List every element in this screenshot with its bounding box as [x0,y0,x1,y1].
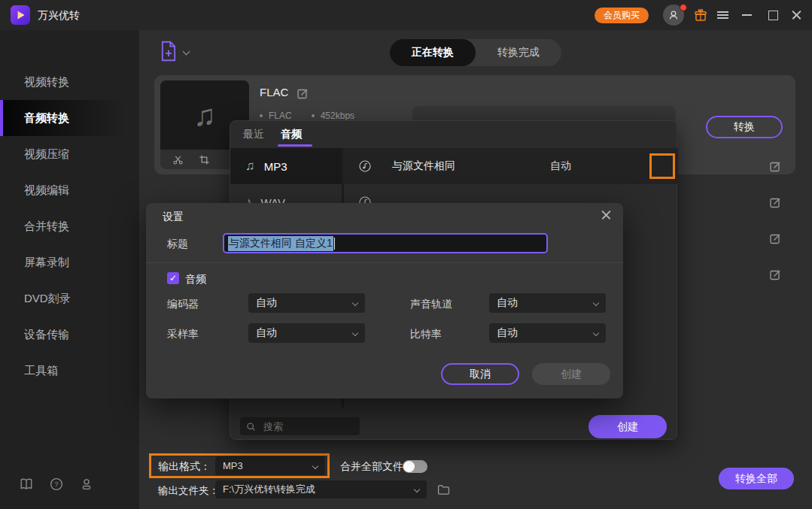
cancel-button[interactable]: 取消 [441,363,519,385]
edit-preset-highlight-box [649,153,675,179]
meta-dot [312,114,315,117]
music-note-icon: ♫ [245,159,255,174]
bitrate-select[interactable]: 自动 [489,323,606,343]
sidebar-item-screen-record[interactable]: 屏幕录制 [0,244,139,280]
file-meta: FLAC 452kbps [260,111,354,121]
file-bitrate: 452kbps [321,111,354,121]
sample-rate-label: 采样率 [167,328,199,341]
chevron-down-icon [352,300,358,306]
titlebar [0,0,812,30]
sidebar-item-video-convert[interactable]: 视频转换 [0,64,139,100]
output-format-highlight-box [149,453,330,478]
search-icon [246,422,256,432]
trim-scissors-icon[interactable] [172,154,184,165]
tab-converting[interactable]: 正在转换 [390,39,476,66]
chevron-down-icon [593,330,599,336]
guide-book-icon[interactable] [20,477,33,491]
app-logo-icon [11,5,30,25]
bitrate-label: 比特率 [410,328,442,341]
dialog-title: 设置 [163,211,184,224]
sidebar-item-merge-convert[interactable]: 合并转换 [0,208,139,244]
merge-all-toggle[interactable] [403,460,427,473]
close-button[interactable] [792,11,801,20]
add-file-button[interactable] [160,41,178,62]
open-folder-icon[interactable] [437,483,450,496]
popup-tab-recent[interactable]: 最近 [243,128,264,141]
meta-dot [260,114,263,117]
app-title: 万兴优转 [38,9,80,23]
audio-checkbox-label: 音频 [185,273,206,286]
sidebar-item-audio-convert[interactable]: 音频转换 [0,100,139,136]
sidebar-item-video-compress[interactable]: 视频压缩 [0,136,139,172]
output-folder-path: F:\万兴优转\转换完成 [223,483,315,496]
app-window: 万兴优转 会员购买 视频转换 音频转换 视频压缩 视频编辑 合并转换 屏幕录制 … [0,0,812,509]
create-button-disabled[interactable]: 创建 [532,363,610,385]
chevron-down-icon [414,486,420,492]
toggle-knob [403,461,415,472]
edit-preset-icon[interactable] [769,160,781,172]
channel-select[interactable]: 自动 [489,293,606,313]
name-field-label: 标题 [167,238,188,251]
help-icon[interactable] [50,477,63,491]
preset-quality-icon [358,159,372,173]
active-tab-underline [278,144,312,147]
sidebar-item-video-edit[interactable]: 视频编辑 [0,172,139,208]
menu-icon[interactable] [717,11,728,19]
chevron-down-icon [593,300,599,306]
buy-membership-button[interactable]: 会员购买 [595,8,649,23]
selected-text: 与源文件相同 自定义1 [228,236,333,251]
crop-icon[interactable] [199,154,210,165]
tab-finished[interactable]: 转换完成 [476,39,561,66]
dialog-close-icon[interactable] [601,211,611,220]
preset-same-as-source[interactable]: 与源文件相同 自动 [343,148,678,184]
encoder-select[interactable]: 自动 [248,293,365,313]
encoder-label: 编码器 [167,298,199,311]
edit-preset-icon[interactable] [769,268,781,280]
edit-preset-icon[interactable] [769,196,781,208]
chevron-down-icon [352,330,358,336]
add-file-dropdown-chevron-icon[interactable] [183,48,190,56]
popup-tab-audio[interactable]: 音频 [281,128,302,141]
sidebar-item-toolbox[interactable]: 工具箱 [0,353,139,389]
settings-dialog: 设置 标题 与源文件相同 自定义1 音频 编码器 自动 声音轨道 自动 采样率 … [146,203,623,398]
dialog-divider [146,262,623,263]
preset-name-input[interactable]: 与源文件相同 自定义1 [223,233,548,253]
audio-checkbox[interactable] [167,272,179,284]
gift-icon[interactable] [694,8,707,22]
convert-all-button[interactable]: 转换全部 [719,468,794,489]
channel-label: 声音轨道 [410,298,452,311]
format-option-mp3[interactable]: ♫ MP3 [230,148,342,184]
sidebar-item-device-transfer[interactable]: 设备传输 [0,317,139,353]
file-title: FLAC [260,86,288,98]
minimize-button[interactable] [742,14,752,16]
merge-all-label: 合并全部文件 [340,460,403,474]
text-caret [334,238,336,250]
file-format: FLAC [269,111,292,121]
format-search [240,417,360,435]
contact-icon[interactable] [80,477,93,491]
convert-button[interactable]: 转换 [706,116,783,138]
output-folder-select[interactable]: F:\万兴优转\转换完成 [215,480,427,498]
popup-create-button[interactable]: 创建 [588,415,667,438]
search-input[interactable] [262,420,348,433]
edit-preset-icon[interactable] [769,232,781,244]
convert-status-tabs: 正在转换 转换完成 [390,39,561,66]
sidebar-item-dvd-burn[interactable]: DVD刻录 [0,280,139,317]
sidebar: 视频转换 音频转换 视频压缩 视频编辑 合并转换 屏幕录制 DVD刻录 设备传输… [0,30,139,509]
notification-dot [680,4,687,11]
maximize-button[interactable] [768,11,778,20]
sample-rate-select[interactable]: 自动 [248,323,365,343]
output-folder-label: 输出文件夹： [158,484,219,498]
rename-edit-icon[interactable] [297,87,309,99]
